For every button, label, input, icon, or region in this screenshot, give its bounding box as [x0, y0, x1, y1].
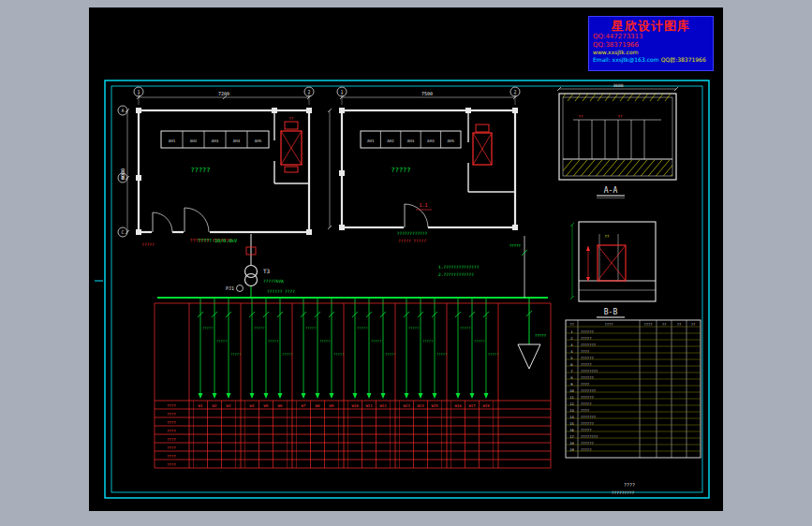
section-a-label: A-A: [604, 186, 618, 195]
equip-header: ????: [643, 322, 652, 327]
cad-drawing-svg: 7200 6000 ????? ??????? ??????? ????? ??: [0, 0, 812, 526]
feeder-label: ?????: [357, 326, 367, 330]
panel-label: AH1: [169, 139, 176, 143]
door-gap: [152, 229, 172, 235]
equip-row-no: 15: [569, 421, 574, 426]
circuit-label: W17: [468, 403, 476, 408]
dim-text-top: 7500: [421, 91, 433, 96]
equip-row-name: ??????: [581, 441, 594, 446]
equip-row-no: 7: [570, 369, 572, 373]
circuit-label: W3: [227, 403, 231, 408]
watermark-tail: QQ群:38371966: [661, 56, 706, 63]
equip-row-name: ??????: [581, 421, 594, 426]
watermark-web: www.xxsjtk.com: [593, 49, 639, 55]
schedule-row-label: ????: [167, 403, 176, 408]
feeder-label: ?????: [216, 339, 227, 343]
circuit-label: W1: [199, 403, 203, 408]
section-a-mark: ??: [618, 114, 623, 119]
feeder-label: ?????: [230, 352, 241, 357]
circuit-label: W14: [417, 403, 424, 408]
circuit-label: W2: [213, 403, 217, 408]
feeder-label: ?????: [408, 326, 419, 330]
feeder-label: ?????: [422, 339, 433, 343]
equip-row-name: ???????: [581, 388, 596, 393]
section-a-mark: ??: [579, 114, 583, 119]
schedule-row-label: ????: [167, 412, 176, 416]
transformer-tag-left: ??: [289, 116, 294, 121]
schedule-row-label: ????: [167, 462, 176, 467]
equip-row-no: 17: [569, 434, 574, 439]
circuit-label: W5: [264, 403, 269, 408]
plan-right-green-note: ????????????: [397, 231, 428, 236]
circuit-label: W18: [482, 403, 490, 408]
schematic-note-2: 2.????????????: [438, 272, 474, 277]
watermark-qq1: QQ:447273313: [593, 33, 709, 40]
equip-row-name: ??????: [581, 356, 594, 360]
equip-header: ??: [691, 322, 696, 327]
equip-header: ??: [662, 322, 667, 327]
equip-row-name: ??????: [581, 395, 594, 400]
feeder-label: ?????: [371, 339, 381, 343]
equip-row-no: 3: [570, 343, 572, 347]
panel-label: AH1: [367, 139, 375, 143]
circuit-label: W9: [330, 403, 334, 408]
schedule-row-label: ????: [167, 437, 176, 442]
axis-bubble-label: 1: [137, 89, 140, 95]
watermark-email-row: Email: xxsjtk@163.com QQ群:38371966: [593, 56, 709, 64]
axis-bubble-label: 2: [513, 89, 516, 95]
riser-note: ?????: [509, 243, 522, 248]
feeder-label: ?????: [474, 339, 484, 343]
feeder-label: ?????: [333, 352, 344, 357]
equip-row-no: 16: [569, 428, 574, 432]
feeder-label: ?????: [319, 339, 330, 343]
circuit-label: W10: [351, 403, 359, 408]
feeder-label: ?????: [488, 352, 498, 357]
panel-label: AH3: [212, 139, 219, 143]
equip-header: ??: [569, 322, 574, 327]
section-a-dim: 3600: [613, 83, 624, 88]
equip-row-no: 2: [570, 336, 572, 341]
capacitor-note: ?????: [535, 333, 547, 338]
section-b-tag: ??: [605, 234, 610, 239]
watermark-box: 星欣设计图库 QQ:447273313 QQ:38371966 www.xxsj…: [588, 16, 714, 71]
equip-header: ????: [604, 322, 613, 327]
dim-text-top: 7200: [218, 91, 229, 96]
watermark-qq2: QQ:38371966: [593, 41, 709, 49]
equip-row-name: ?????: [581, 402, 591, 406]
feeder-label: ?????: [202, 326, 213, 330]
door-gap: [404, 225, 428, 230]
plan-right-note: ????? ?????: [398, 239, 426, 243]
panel-label: AH4: [427, 139, 435, 143]
axis-bubble-label: A: [121, 108, 124, 113]
column: [512, 225, 518, 230]
equip-row-name: ????: [581, 349, 589, 354]
door-gap: [184, 229, 210, 235]
equip-row-no: 13: [569, 408, 574, 413]
incoming-note: ?????-10/0.4kV: [198, 238, 237, 243]
room-label-right: ?????: [391, 167, 410, 174]
feeder-label: ?????: [385, 352, 395, 357]
panel-label: AH5: [255, 139, 262, 143]
equip-row-name: ??????: [581, 375, 594, 380]
equip-row-name: ?????: [581, 447, 591, 452]
column: [136, 175, 141, 181]
circuit-label: W8: [316, 403, 320, 408]
column: [339, 108, 345, 113]
column: [339, 225, 345, 230]
circuit-label: W16: [454, 403, 462, 408]
equip-row-no: 19: [569, 447, 574, 452]
equip-row-name: ?????: [581, 362, 591, 367]
equip-row-no: 18: [569, 441, 574, 446]
transformer-tag: T3: [263, 268, 271, 274]
equip-row-name: ???????: [581, 415, 596, 419]
column: [512, 108, 518, 113]
equip-header: ??: [677, 322, 682, 327]
plan-left-corner-note: ?????: [141, 242, 155, 247]
meter-tag: PJ1: [226, 285, 234, 291]
panel-label: AH4: [233, 139, 241, 143]
watermark-contact-row: www.xxsjtk.com: [593, 49, 709, 56]
titleblock-line1: ????: [624, 482, 635, 488]
feeder-label: ?????: [282, 352, 292, 357]
circuit-label: W4: [250, 403, 255, 408]
viewer-background: 7200 6000 ????? ??????? ??????? ????? ??: [0, 0, 812, 526]
